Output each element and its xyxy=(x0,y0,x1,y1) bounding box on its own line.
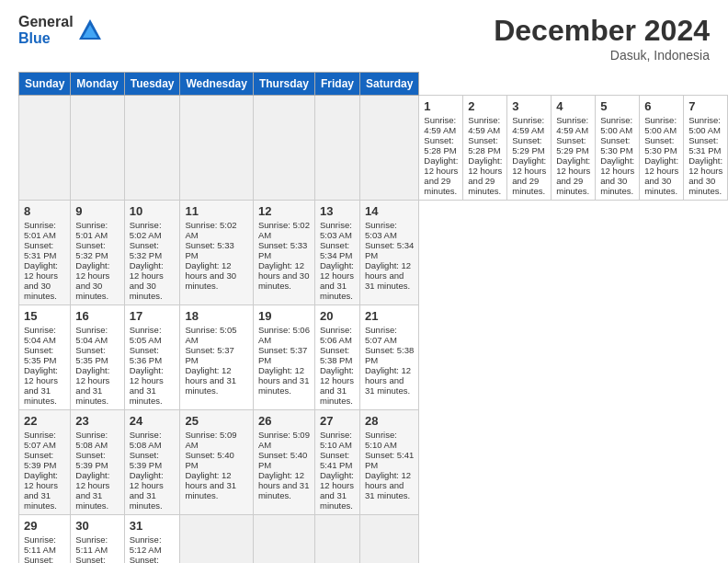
day-number: 5 xyxy=(600,99,634,113)
sunrise-text: Sunrise: 4:59 AM xyxy=(424,115,456,135)
sunset-text: Sunset: 5:30 PM xyxy=(644,135,677,155)
sunset-text: Sunset: 5:39 PM xyxy=(24,450,56,470)
sunrise-text: Sunrise: 5:08 AM xyxy=(75,430,108,450)
day-number: 7 xyxy=(688,99,722,113)
col-thursday: Thursday xyxy=(253,73,314,96)
daylight-text: Daylight: 12 hours and 31 minutes. xyxy=(75,365,109,406)
sunrise-text: Sunrise: 5:02 AM xyxy=(258,220,310,240)
day-number: 14 xyxy=(365,204,414,218)
day-number: 11 xyxy=(185,204,247,218)
table-row: 1Sunrise: 4:59 AMSunset: 5:28 PMDaylight… xyxy=(419,96,463,201)
table-row: 7Sunrise: 5:00 AMSunset: 5:31 PMDaylight… xyxy=(684,96,728,201)
sunset-text: Sunset: 5:35 PM xyxy=(24,345,56,365)
daylight-text: Daylight: 12 hours and 31 minutes. xyxy=(185,365,235,396)
sunset-text: Sunset: 5:28 PM xyxy=(424,135,456,155)
sunrise-text: Sunrise: 5:10 AM xyxy=(320,430,352,450)
table-row: 27Sunrise: 5:10 AMSunset: 5:41 PMDayligh… xyxy=(314,410,359,515)
day-number: 4 xyxy=(556,99,590,113)
sunset-text: Sunset: 5:37 PM xyxy=(185,345,233,365)
daylight-text: Daylight: 12 hours and 29 minutes. xyxy=(556,155,590,196)
table-row: 10Sunrise: 5:02 AMSunset: 5:32 PMDayligh… xyxy=(124,201,180,305)
table-row: 30Sunrise: 5:11 AMSunset: 5:42 PMDayligh… xyxy=(71,515,124,564)
table-row: 3Sunrise: 4:59 AMSunset: 5:29 PMDaylight… xyxy=(507,96,552,201)
daylight-text: Daylight: 12 hours and 30 minutes. xyxy=(130,260,164,301)
logo: General Blue xyxy=(18,14,103,46)
daylight-text: Daylight: 12 hours and 30 minutes. xyxy=(644,155,678,196)
sunrise-text: Sunrise: 5:03 AM xyxy=(320,220,352,240)
location: Dasuk, Indonesia xyxy=(494,48,710,63)
table-row: 21Sunrise: 5:07 AMSunset: 5:38 PMDayligh… xyxy=(359,305,418,410)
sunset-text: Sunset: 5:30 PM xyxy=(600,135,632,155)
table-row xyxy=(314,515,359,564)
daylight-text: Daylight: 12 hours and 31 minutes. xyxy=(258,365,309,396)
daylight-text: Daylight: 12 hours and 31 minutes. xyxy=(320,470,354,511)
day-number: 9 xyxy=(75,204,119,218)
col-saturday: Saturday xyxy=(359,73,418,96)
sunset-text: Sunset: 5:32 PM xyxy=(75,240,108,260)
sunrise-text: Sunrise: 4:59 AM xyxy=(556,115,588,135)
table-row: 14Sunrise: 5:03 AMSunset: 5:34 PMDayligh… xyxy=(359,201,418,305)
sunset-text: Sunset: 5:34 PM xyxy=(320,240,352,260)
sunset-text: Sunset: 5:31 PM xyxy=(688,135,721,155)
table-row: 17Sunrise: 5:05 AMSunset: 5:36 PMDayligh… xyxy=(124,305,180,410)
day-number: 25 xyxy=(185,414,247,428)
table-row: 26Sunrise: 5:09 AMSunset: 5:40 PMDayligh… xyxy=(253,410,314,515)
month-title: December 2024 xyxy=(494,14,710,48)
table-row: 29Sunrise: 5:11 AMSunset: 5:42 PMDayligh… xyxy=(19,515,71,564)
day-number: 29 xyxy=(24,519,65,533)
daylight-text: Daylight: 12 hours and 31 minutes. xyxy=(320,260,354,301)
sunrise-text: Sunrise: 5:07 AM xyxy=(365,325,397,345)
daylight-text: Daylight: 12 hours and 29 minutes. xyxy=(468,155,502,196)
sunset-text: Sunset: 5:41 PM xyxy=(365,450,414,470)
daylight-text: Daylight: 12 hours and 30 minutes. xyxy=(600,155,634,196)
logo-general: General xyxy=(18,14,74,30)
day-number: 17 xyxy=(130,309,176,323)
daylight-text: Daylight: 12 hours and 29 minutes. xyxy=(424,155,458,196)
sunrise-text: Sunrise: 5:12 AM xyxy=(130,534,162,555)
table-row xyxy=(359,96,418,201)
sunset-text: Sunset: 5:32 PM xyxy=(130,240,162,260)
sunset-text: Sunset: 5:42 PM xyxy=(24,555,56,563)
table-row xyxy=(253,96,314,201)
table-row xyxy=(180,96,253,201)
logo-blue: Blue xyxy=(18,30,74,47)
sunset-text: Sunset: 5:36 PM xyxy=(130,345,162,365)
sunset-text: Sunset: 5:29 PM xyxy=(556,135,588,155)
daylight-text: Daylight: 12 hours and 30 minutes. xyxy=(688,155,722,196)
table-row xyxy=(71,96,124,201)
logo-icon xyxy=(77,17,103,43)
daylight-text: Daylight: 12 hours and 31 minutes. xyxy=(24,365,58,406)
sunrise-text: Sunrise: 5:00 AM xyxy=(600,115,632,135)
daylight-text: Daylight: 12 hours and 31 minutes. xyxy=(365,470,411,500)
table-row: 6Sunrise: 5:00 AMSunset: 5:30 PMDaylight… xyxy=(640,96,684,201)
header: General Blue December 2024 Dasuk, Indone… xyxy=(18,14,710,63)
day-number: 12 xyxy=(258,204,310,218)
daylight-text: Daylight: 12 hours and 31 minutes. xyxy=(24,470,58,511)
sunset-text: Sunset: 5:40 PM xyxy=(185,450,233,470)
logo-text: General Blue xyxy=(18,14,74,46)
table-row: 8Sunrise: 5:01 AMSunset: 5:31 PMDaylight… xyxy=(19,201,71,305)
table-row: 23Sunrise: 5:08 AMSunset: 5:39 PMDayligh… xyxy=(71,410,124,515)
day-number: 10 xyxy=(130,204,176,218)
day-number: 6 xyxy=(644,99,678,113)
daylight-text: Daylight: 12 hours and 31 minutes. xyxy=(320,365,354,406)
table-row: 31Sunrise: 5:12 AMSunset: 5:43 PMDayligh… xyxy=(124,515,180,564)
sunrise-text: Sunrise: 5:07 AM xyxy=(24,430,56,450)
calendar-header-row: Sunday Monday Tuesday Wednesday Thursday… xyxy=(19,73,728,96)
table-row: 11Sunrise: 5:02 AMSunset: 5:33 PMDayligh… xyxy=(180,201,253,305)
day-number: 30 xyxy=(75,519,119,533)
sunrise-text: Sunrise: 4:59 AM xyxy=(512,115,544,135)
col-wednesday: Wednesday xyxy=(180,73,253,96)
sunset-text: Sunset: 5:33 PM xyxy=(185,240,233,260)
daylight-text: Daylight: 12 hours and 31 minutes. xyxy=(365,260,411,291)
table-row xyxy=(180,515,253,564)
day-number: 16 xyxy=(75,309,119,323)
table-row: 2Sunrise: 4:59 AMSunset: 5:28 PMDaylight… xyxy=(463,96,507,201)
col-sunday: Sunday xyxy=(19,73,71,96)
table-row: 19Sunrise: 5:06 AMSunset: 5:37 PMDayligh… xyxy=(253,305,314,410)
table-row xyxy=(359,515,418,564)
sunrise-text: Sunrise: 5:03 AM xyxy=(365,220,397,240)
calendar-table: Sunday Monday Tuesday Wednesday Thursday… xyxy=(18,72,728,563)
table-row xyxy=(314,96,359,201)
table-row: 13Sunrise: 5:03 AMSunset: 5:34 PMDayligh… xyxy=(314,201,359,305)
